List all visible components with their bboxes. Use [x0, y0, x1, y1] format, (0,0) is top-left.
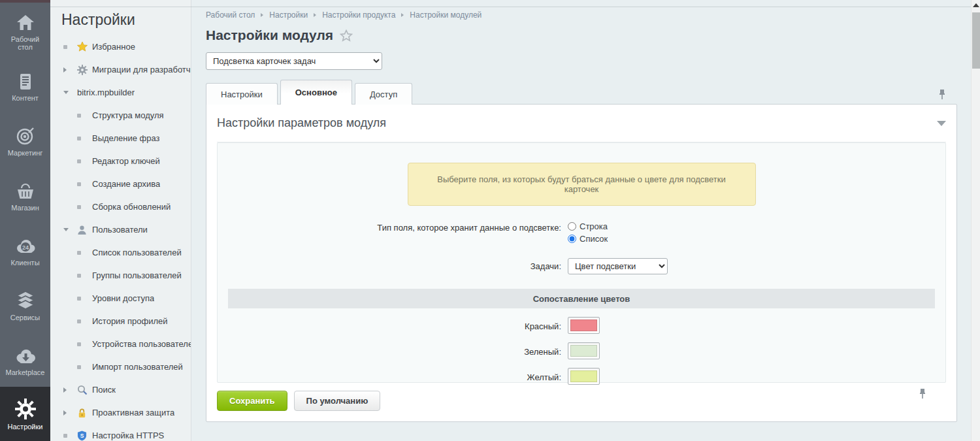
bullet-icon — [77, 182, 81, 186]
collapse-arrow-icon — [63, 91, 69, 94]
menu-item-https-setup[interactable]: S Настройка HTTPS — [50, 424, 191, 441]
rail-item-content[interactable]: Контент — [0, 57, 50, 112]
section-collapse-icon[interactable] — [937, 121, 946, 126]
shop-icon — [15, 178, 36, 201]
breadcrumb-link[interactable]: Настройки — [269, 10, 308, 20]
rail-item-desktop[interactable]: Рабочий стол — [0, 3, 50, 57]
menu-item-proactive-protection[interactable]: Проактивная защита — [50, 401, 191, 424]
bullet-icon — [77, 251, 81, 255]
svg-text:S: S — [80, 432, 84, 438]
services-icon — [15, 288, 36, 310]
menu-item-favorites[interactable]: Избранное — [50, 35, 191, 58]
rail-item-label: Настройки — [5, 423, 46, 431]
search-icon — [77, 385, 92, 395]
tab-main[interactable]: Основное — [280, 80, 352, 105]
bullet-icon — [77, 342, 81, 346]
menu-item-user-import[interactable]: Импорт пользователей — [50, 355, 191, 378]
menu-item-user-groups[interactable]: Группы пользователей — [50, 264, 191, 287]
menu-item-migrations[interactable]: Миграции для разработчик — [50, 58, 191, 81]
tab-content-panel: Настройки параметров модуля Выберите пол… — [206, 104, 957, 422]
radio-list[interactable] — [568, 235, 576, 243]
rail-item-label: Маркетинг — [5, 149, 45, 157]
page-title: Настройки модуля — [206, 27, 333, 43]
rail-item-shop[interactable]: Магазин — [0, 167, 50, 222]
save-button[interactable]: Сохранить — [217, 391, 287, 411]
tasks-label: Задачи: — [228, 261, 568, 271]
main-area: Рабочий стол Настройки Настройки продукт… — [191, 0, 971, 441]
color-swatch-red[interactable] — [568, 317, 600, 334]
rail-item-marketplace[interactable]: Marketplace — [0, 332, 50, 387]
breadcrumb-separator-icon — [401, 13, 404, 17]
menu-item-bitrix-mpbuilder[interactable]: bitrix.mpbuilder — [50, 81, 191, 104]
radio-string[interactable] — [568, 222, 576, 231]
menu-item-user-devices[interactable]: Устройства пользователей — [50, 333, 191, 355]
breadcrumb: Рабочий стол Настройки Настройки продукт… — [191, 0, 971, 20]
content-icon — [17, 69, 34, 91]
https-shield-icon: S — [77, 431, 92, 441]
vertical-scrollbar[interactable] — [971, 0, 980, 441]
tab-settings[interactable]: Настройки — [206, 83, 278, 105]
bullet-icon — [77, 159, 81, 163]
bullet-icon — [77, 114, 81, 118]
menu-item-profile-history[interactable]: История профилей — [50, 310, 191, 333]
breadcrumb-separator-icon — [314, 13, 316, 17]
rail-item-label: Сервисы — [8, 314, 43, 321]
favorite-star-icon[interactable] — [340, 29, 353, 42]
bullet-icon — [63, 45, 67, 49]
rail-item-services[interactable]: Сервисы — [0, 277, 50, 332]
breadcrumb-link[interactable]: Настройки продукта — [322, 10, 395, 20]
menu-item-key-editor[interactable]: Редактор ключей — [50, 150, 191, 172]
menu-item-module-structure[interactable]: Структура модуля — [50, 104, 191, 127]
menu-item-access-levels[interactable]: Уровни доступа — [50, 287, 191, 310]
scrollbar-up-icon[interactable] — [973, 3, 979, 7]
svg-text:24: 24 — [22, 244, 28, 250]
color-label-green: Зеленый: — [228, 346, 568, 357]
star-icon — [77, 42, 92, 52]
rail-item-marketing[interactable]: Маркетинг — [0, 112, 50, 167]
bullet-icon — [77, 319, 81, 323]
bullet-icon — [77, 205, 81, 209]
window-top-divider — [50, 7, 971, 7]
colors-section-header: Сопоставление цветов — [228, 289, 935, 308]
scrollbar-thumb[interactable] — [972, 12, 980, 69]
lock-icon — [77, 408, 92, 418]
default-button[interactable]: По умолчанию — [294, 391, 381, 411]
marketing-icon — [16, 123, 35, 146]
collapse-arrow-icon — [63, 228, 69, 231]
radio-option-list[interactable]: Список — [568, 234, 935, 244]
rail-item-settings[interactable]: Настройки — [0, 387, 50, 441]
rail-item-label: Магазин — [8, 204, 41, 212]
rail-item-clients[interactable]: 24 Клиенты — [0, 222, 50, 277]
menu-item-user-list[interactable]: Список пользователей — [50, 241, 191, 264]
menu-item-users[interactable]: Пользователи — [50, 218, 191, 241]
tasks-select[interactable]: Цвет подсветки — [568, 258, 668, 274]
color-label-yellow: Желтый: — [228, 371, 568, 382]
menu-item-search[interactable]: Поиск — [50, 378, 191, 401]
home-icon — [16, 10, 35, 32]
bullet-icon — [77, 137, 81, 140]
clients-icon: 24 — [14, 233, 37, 255]
tab-access[interactable]: Доступ — [355, 83, 412, 105]
breadcrumb-separator-icon — [261, 13, 263, 17]
breadcrumb-link[interactable]: Рабочий стол — [206, 10, 255, 20]
menu-item-phrase-highlight[interactable]: Выделение фраз — [50, 127, 191, 150]
rail-item-label: Marketplace — [3, 368, 48, 376]
pin-icon[interactable] — [919, 388, 926, 401]
module-params-form: Выберите поля, из которых будут браться … — [217, 142, 946, 383]
expand-arrow-icon — [63, 67, 67, 73]
expand-arrow-icon — [63, 410, 67, 416]
breadcrumb-link[interactable]: Настройки модулей — [410, 10, 482, 20]
color-swatch-green[interactable] — [568, 342, 600, 359]
module-select[interactable]: Подсветка карточек задач — [206, 52, 382, 70]
app-rail: Рабочий стол Контент Маркетинг Магазин 2… — [0, 0, 50, 441]
field-type-label: Тип поля, которое хранит данные о подсве… — [228, 221, 568, 233]
bullet-icon — [77, 365, 81, 369]
menu-item-updates-build[interactable]: Сборка обновлений — [50, 195, 191, 218]
color-label-red: Красный: — [228, 320, 568, 331]
tab-bar: Настройки Основное Доступ — [191, 80, 971, 105]
menu-item-archive-create[interactable]: Создание архива — [50, 172, 191, 195]
rail-item-label: Рабочий стол — [0, 35, 50, 51]
rail-item-label: Контент — [9, 94, 41, 102]
bullet-icon — [63, 434, 67, 438]
radio-option-string[interactable]: Строка — [568, 221, 935, 231]
